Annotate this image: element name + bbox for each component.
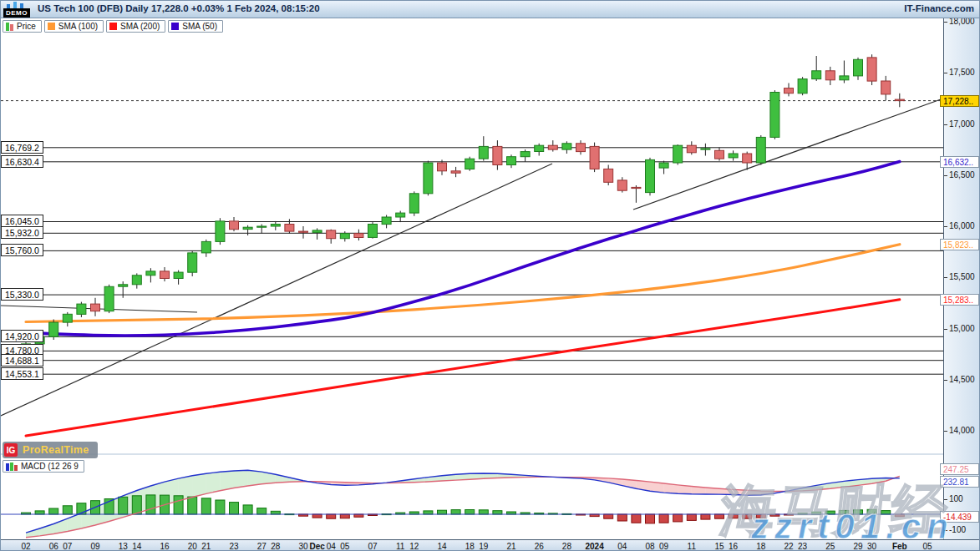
candle[interactable] <box>160 271 170 279</box>
candle[interactable] <box>798 79 807 94</box>
time-axis-label: 05 <box>340 542 349 551</box>
candle[interactable] <box>729 154 738 158</box>
candle[interactable] <box>409 194 419 213</box>
candle[interactable] <box>659 163 668 168</box>
candle[interactable] <box>271 225 280 227</box>
macd-histogram-bar <box>49 508 58 514</box>
candle[interactable] <box>840 76 849 80</box>
candle[interactable] <box>132 276 141 285</box>
legend-price[interactable]: Price <box>3 20 42 33</box>
candle[interactable] <box>396 213 405 217</box>
candle[interactable] <box>881 81 891 94</box>
candle[interactable] <box>104 286 114 311</box>
candle[interactable] <box>49 322 58 336</box>
time-axis-label: 21 <box>506 542 515 551</box>
candle[interactable] <box>77 304 86 314</box>
candle[interactable] <box>201 241 211 253</box>
macd-histogram-bar <box>327 514 336 518</box>
candle[interactable] <box>687 145 696 153</box>
time-axis-label: 21 <box>201 542 211 551</box>
level-label[interactable]: 16,769.2 <box>1 141 43 154</box>
macd-histogram-bar <box>132 496 141 514</box>
candle[interactable] <box>507 157 516 165</box>
candle[interactable] <box>312 230 322 233</box>
legend-sma50[interactable]: SMA (50) <box>168 20 223 33</box>
time-axis-label: 08 <box>645 542 654 551</box>
level-label[interactable]: 15,932.0 <box>1 226 43 239</box>
candle[interactable] <box>243 227 252 229</box>
candle[interactable] <box>576 144 586 152</box>
macd-histogram-bar <box>493 511 502 514</box>
level-label[interactable]: 14,688.1 <box>1 354 43 366</box>
candle[interactable] <box>701 149 710 149</box>
provider-link[interactable]: IT-Finance.com <box>904 3 974 13</box>
candle[interactable] <box>562 144 571 149</box>
candle[interactable] <box>867 58 876 81</box>
candle[interactable] <box>646 159 655 192</box>
candle[interactable] <box>188 253 197 272</box>
level-label[interactable]: 15,760.0 <box>1 244 43 256</box>
candle[interactable] <box>257 226 267 227</box>
legend-sma200[interactable]: SMA (200) <box>106 20 165 33</box>
candle[interactable] <box>895 99 904 101</box>
candle[interactable] <box>548 145 557 149</box>
level-label[interactable]: 14,920.0 <box>1 330 43 342</box>
candle[interactable] <box>825 71 835 80</box>
candle[interactable] <box>327 230 336 239</box>
chart-canvas[interactable] <box>1 1 980 551</box>
time-axis-label: 11 <box>396 542 404 551</box>
candle[interactable] <box>812 71 821 79</box>
candle[interactable] <box>354 234 363 238</box>
legend-sma100[interactable]: SMA (100) <box>44 20 104 33</box>
macd-histogram-bar <box>174 496 183 514</box>
candle[interactable] <box>285 225 294 232</box>
trend-line[interactable] <box>1 164 552 416</box>
price-axis-tick: 16,500 <box>949 170 975 179</box>
legend-sma50-label: SMA (50) <box>182 22 217 31</box>
candle[interactable] <box>119 285 128 286</box>
time-axis-label: 14 <box>132 542 141 551</box>
macd-indicator-chip[interactable]: MACD (12 26 9 <box>3 460 84 473</box>
level-label[interactable]: 16,045.0 <box>1 215 43 227</box>
time-axis-label: 18 <box>465 542 475 551</box>
time-axis-label: 2024 <box>585 542 603 551</box>
level-label[interactable]: 16,630.4 <box>1 155 43 168</box>
candle[interactable] <box>854 59 863 76</box>
sma100-line[interactable] <box>26 245 900 322</box>
candle[interactable] <box>604 169 613 182</box>
candle[interactable] <box>617 180 627 190</box>
candle[interactable] <box>451 171 460 173</box>
candle[interactable] <box>465 159 475 169</box>
candle[interactable] <box>479 146 488 159</box>
legend-sma100-label: SMA (100) <box>58 22 98 31</box>
candle[interactable] <box>382 217 391 225</box>
level-label[interactable]: 14,553.1 <box>1 367 43 380</box>
candle[interactable] <box>230 221 239 230</box>
candle[interactable] <box>493 146 502 164</box>
candle[interactable] <box>785 88 794 94</box>
level-label[interactable]: 15,330.0 <box>1 288 43 301</box>
candle[interactable] <box>673 145 683 163</box>
candle[interactable] <box>743 154 752 163</box>
macd-histogram-bar <box>479 510 488 514</box>
candle[interactable] <box>535 145 544 151</box>
candle[interactable] <box>174 272 183 278</box>
candle[interactable] <box>340 234 349 239</box>
candle[interactable] <box>424 163 433 194</box>
candle[interactable] <box>715 150 724 159</box>
time-axis[interactable]: 02060709131416202123272830Dec04050711121… <box>1 539 980 551</box>
candle[interactable] <box>590 146 599 169</box>
candle[interactable] <box>770 93 779 138</box>
candle[interactable] <box>299 231 308 232</box>
candle[interactable] <box>756 137 765 163</box>
candle[interactable] <box>368 225 378 238</box>
sma50-line[interactable] <box>26 162 900 336</box>
candle[interactable] <box>632 187 641 188</box>
candle[interactable] <box>63 314 72 322</box>
candle[interactable] <box>146 271 155 276</box>
candle[interactable] <box>438 163 447 171</box>
candle[interactable] <box>520 152 530 157</box>
time-axis-label: 06 <box>49 542 58 551</box>
candle[interactable] <box>91 304 100 311</box>
candle[interactable] <box>216 221 225 242</box>
